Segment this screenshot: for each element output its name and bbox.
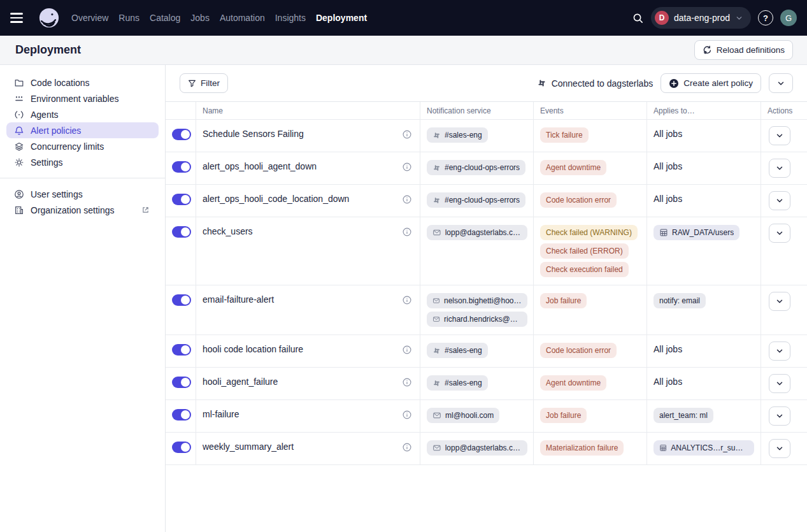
events-cell: Tick failure: [534, 120, 647, 152]
filter-button[interactable]: Filter: [180, 73, 228, 93]
nav-tab-runs[interactable]: Runs: [118, 10, 139, 25]
user-icon: [14, 189, 24, 199]
create-alert-policy-label: Create alert policy: [683, 78, 753, 88]
alert-enabled-toggle[interactable]: [172, 226, 191, 238]
org-badge: D: [655, 11, 669, 25]
sidebar-item-environment-variables[interactable]: Environment variables: [6, 90, 159, 106]
info-icon[interactable]: [402, 442, 412, 452]
row-actions-dropdown[interactable]: [769, 341, 790, 361]
actions-cell: [761, 400, 807, 432]
alert-enabled-toggle[interactable]: [172, 161, 191, 173]
email-icon: [432, 296, 440, 305]
row-actions-dropdown[interactable]: [769, 224, 790, 243]
notification-service-cell: nelson.bighetti@hooli.co…richard.hendric…: [420, 285, 534, 334]
row-actions-dropdown[interactable]: [769, 439, 790, 458]
create-alert-policy-button[interactable]: Create alert policy: [661, 73, 761, 93]
help-icon[interactable]: ?: [758, 10, 773, 25]
org-switcher[interactable]: D data-eng-prod: [651, 7, 751, 29]
alert-enabled-toggle[interactable]: [172, 194, 191, 205]
sidebar-item-label: User settings: [31, 189, 83, 199]
notification-pill: #eng-cloud-ops-errors: [427, 160, 525, 175]
column-header-applies-to: Applies to…: [647, 102, 761, 119]
info-icon[interactable]: [402, 129, 412, 140]
notification-label: richard.hendricks@hooli…: [444, 315, 522, 324]
event-badge: Agent downtime: [540, 160, 606, 175]
nav-tab-overview[interactable]: Overview: [71, 10, 108, 25]
nav-tab-automation[interactable]: Automation: [220, 10, 265, 25]
info-icon[interactable]: [402, 227, 412, 237]
notification-service-cell: #eng-cloud-ops-errors: [420, 185, 534, 217]
alert-enabled-toggle[interactable]: [172, 377, 191, 388]
agent-icon: [14, 110, 24, 120]
applies-to-label: RAW_DATA/users: [672, 228, 734, 237]
top-nav: OverviewRunsCatalogJobsAutomationInsight…: [0, 0, 807, 36]
applies-to-label: ANALYTICS…r_summary: [671, 443, 748, 452]
row-actions-dropdown[interactable]: [769, 292, 790, 311]
event-badge: Check execution failed: [540, 262, 629, 277]
alert-enabled-toggle[interactable]: [172, 129, 191, 140]
notification-service-cell: #sales-eng: [420, 335, 534, 367]
column-header-toggle: [166, 102, 196, 119]
table-row: alert_ops_hooli_agent_down#eng-cloud-ops…: [166, 152, 807, 185]
applies-to-cell: All jobs: [647, 335, 761, 367]
info-icon[interactable]: [402, 194, 412, 205]
toggle-cell: [166, 217, 196, 285]
notification-label: #eng-cloud-ops-errors: [445, 163, 520, 172]
external-link-icon: [141, 206, 150, 214]
alert-enabled-toggle[interactable]: [172, 442, 191, 453]
alert-enabled-toggle[interactable]: [172, 344, 191, 356]
sidebar-item-settings[interactable]: Settings: [6, 154, 159, 170]
sidebar-item-alert-policies[interactable]: Alert policies: [6, 122, 159, 138]
notification-service-cell: #sales-eng: [420, 368, 534, 399]
event-badge: Check failed (WARNING): [540, 225, 638, 240]
row-actions-dropdown[interactable]: [769, 374, 790, 393]
dagster-logo-icon[interactable]: [38, 7, 60, 29]
nav-tab-insights[interactable]: Insights: [275, 10, 306, 25]
info-icon[interactable]: [402, 377, 412, 387]
reload-definitions-button[interactable]: Reload definitions: [694, 40, 793, 60]
applies-to-cell: All jobs: [647, 152, 761, 184]
row-actions-dropdown[interactable]: [769, 191, 790, 210]
alert-policy-name: alert_ops_hooli_agent_down: [203, 161, 317, 171]
info-icon[interactable]: [402, 162, 412, 172]
row-actions-dropdown[interactable]: [769, 126, 790, 145]
nav-tab-jobs[interactable]: Jobs: [190, 10, 210, 25]
notification-label: ml@hooli.com: [445, 411, 494, 420]
applies-to-cell: ANALYTICS…r_summary: [647, 433, 761, 464]
slack-icon: [432, 379, 441, 387]
user-avatar[interactable]: G: [780, 10, 797, 26]
actions-cell: [761, 185, 807, 217]
alert-enabled-toggle[interactable]: [172, 294, 191, 306]
more-actions-dropdown[interactable]: [769, 73, 793, 93]
table-row: Schedule Sensors Failing#sales-engTick f…: [166, 120, 807, 152]
info-icon[interactable]: [402, 410, 412, 420]
alert-policy-name: alert_ops_hooli_code_location_down: [203, 194, 349, 204]
applies-to-text: All jobs: [653, 343, 682, 354]
applies-to-cell: All jobs: [647, 368, 761, 399]
layers-icon: [14, 141, 24, 152]
info-icon[interactable]: [402, 295, 412, 305]
sidebar-item-user-settings[interactable]: User settings: [6, 186, 159, 202]
sidebar-item-code-locations[interactable]: Code locations: [6, 75, 159, 90]
info-icon[interactable]: [402, 345, 412, 355]
sidebar-item-concurrency-limits[interactable]: Concurrency limits: [6, 138, 159, 154]
search-icon[interactable]: [632, 12, 644, 24]
sidebar-item-label: Concurrency limits: [31, 141, 104, 152]
alert-enabled-toggle[interactable]: [172, 409, 191, 421]
sidebar-item-organization-settings[interactable]: Organization settings: [6, 202, 159, 218]
row-actions-dropdown[interactable]: [769, 159, 790, 178]
row-actions-dropdown[interactable]: [769, 406, 790, 426]
sidebar-item-agents[interactable]: Agents: [6, 106, 159, 122]
nav-tab-deployment[interactable]: Deployment: [316, 10, 367, 25]
notification-pill: lopp@dagsterlabs.com: [427, 440, 527, 456]
notification-pill: #sales-eng: [427, 127, 488, 143]
table-row: weekly_summary_alertlopp@dagsterlabs.com…: [166, 433, 807, 465]
sidebar-item-label: Organization settings: [31, 205, 115, 215]
nav-tab-catalog[interactable]: Catalog: [150, 10, 180, 25]
applies-to-text: All jobs: [653, 375, 682, 387]
email-icon: [432, 411, 441, 420]
name-cell: email-failture-alert: [196, 285, 420, 334]
name-cell: ml-failure: [196, 400, 420, 432]
table-row: alert_ops_hooli_code_location_down#eng-c…: [166, 185, 807, 217]
menu-icon[interactable]: [10, 5, 36, 31]
